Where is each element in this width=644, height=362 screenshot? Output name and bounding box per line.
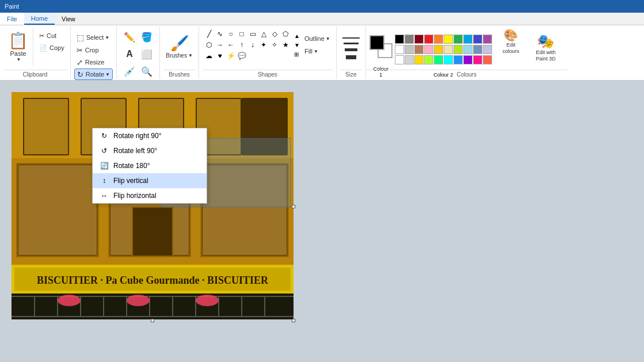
brushes-dropdown-arrow: ▼ (188, 53, 193, 58)
resize-handle-right[interactable] (292, 205, 295, 208)
rect-shape[interactable]: □ (237, 29, 247, 39)
swatch-gold[interactable] (434, 45, 443, 54)
swatch-yellow[interactable] (444, 35, 453, 44)
swatch-white2[interactable] (395, 55, 404, 64)
swatch-dodgerblue[interactable] (454, 55, 463, 64)
brushes-button[interactable]: 🖌️ Brushes ▼ (163, 28, 195, 66)
resize-handle-corner[interactable] (292, 319, 295, 322)
svg-point-37 (127, 295, 150, 306)
edit-paint3d-button[interactable]: 🎭 Edit withPaint 3D (530, 29, 562, 67)
swatch-hotpink[interactable] (473, 55, 482, 64)
canvas-area: BISCUITIER · Pa Cube Gourmande · BISCUIT… (0, 81, 644, 332)
swatch-white[interactable] (395, 45, 404, 54)
paint3d-icon: 🎭 (537, 33, 554, 49)
triangle-shape[interactable]: △ (258, 29, 269, 39)
edit-colours-button[interactable]: 🎨 Edit colours (497, 29, 525, 54)
size-selector[interactable] (340, 34, 362, 63)
swatch-pink[interactable] (424, 45, 433, 54)
lightning-shape[interactable]: ⚡ (226, 51, 236, 61)
tools-group: ✏️ 🪣 A ⬜ 💉 🔍 Tools (117, 26, 160, 79)
cut-button[interactable]: ✂ Cut (37, 30, 67, 41)
rotate-button[interactable]: ↻ Rotate ▼ (74, 68, 113, 80)
swatch-green[interactable] (454, 35, 463, 44)
swatch-brown[interactable] (414, 45, 424, 54)
roundrect-shape[interactable]: ▭ (247, 29, 258, 39)
up-arrow-shape[interactable]: ↑ (237, 40, 247, 50)
paste-icon: 📋 (8, 31, 28, 50)
image-container: BISCUITIER · Pa Cube Gourmande · BISCUIT… (12, 92, 294, 321)
swatch-lime[interactable] (454, 45, 463, 54)
swatch-darkred[interactable] (414, 35, 424, 44)
diamond-shape[interactable]: ◇ (269, 29, 280, 39)
rotate-180-item[interactable]: 🔄 Rotate 180° (93, 158, 207, 173)
paste-button[interactable]: 📋 Paste ▼ (3, 28, 33, 66)
curve-shape[interactable]: ∿ (215, 29, 225, 39)
swatch-blue[interactable] (463, 35, 472, 44)
svg-rect-17 (203, 165, 287, 255)
swatch-tomato[interactable] (483, 55, 492, 64)
rotate-right-90-item[interactable]: ↻ Rotate right 90° (93, 128, 207, 143)
rotate-dropdown-menu: ↻ Rotate right 90° ↺ Rotate left 90° 🔄 R… (92, 128, 207, 204)
eraser-button[interactable]: ⬜ (139, 46, 155, 62)
swatch-skyblue[interactable] (463, 45, 472, 54)
swatch-silver[interactable] (405, 55, 414, 64)
pentagon-shape[interactable]: ⬠ (280, 29, 291, 39)
callout-shape[interactable]: 💬 (237, 51, 247, 61)
magnifier-button[interactable]: 🔍 (139, 63, 155, 79)
line-shape[interactable]: ╱ (204, 29, 214, 39)
size-label: Size (340, 70, 362, 79)
star4-shape[interactable]: ✧ (269, 40, 280, 50)
left-arrow-shape[interactable]: ← (226, 40, 236, 50)
colour-palette-row2 (395, 45, 492, 54)
shapes-scroll-down[interactable]: ▼ (293, 41, 301, 49)
oval-shape[interactable]: ○ (226, 29, 236, 39)
star5-shape[interactable]: ★ (280, 40, 291, 50)
copy-button[interactable]: 📄 Copy (37, 42, 67, 54)
swatch-steelblue[interactable] (473, 45, 482, 54)
shapes-scroll-up[interactable]: ▲ (293, 32, 301, 40)
select-button[interactable]: ⬚ Select ▼ (74, 31, 113, 44)
menu-tab-file[interactable]: File (0, 13, 24, 25)
flip-vertical-item[interactable]: ↕ Flip vertical (93, 173, 207, 188)
svg-rect-7 (24, 99, 68, 154)
swatch-orange[interactable] (434, 35, 443, 44)
swatch-indigo[interactable] (473, 35, 482, 44)
fill-shape-button[interactable]: Fill ▼ (302, 45, 333, 57)
swatch-purple[interactable] (483, 35, 492, 44)
swatch-lgray[interactable] (405, 45, 414, 54)
outline-arrow: ▼ (326, 36, 330, 41)
resize-handle-bottom[interactable] (151, 319, 154, 322)
brushes-icon: 🖌️ (170, 35, 189, 52)
menu-tab-view[interactable]: View (55, 13, 82, 25)
pencil-button[interactable]: ✏️ (121, 29, 138, 45)
outline-button[interactable]: Outline ▼ (302, 33, 333, 44)
resize-button[interactable]: ⤢ Resize (74, 56, 113, 68)
crop-button[interactable]: ✂ Crop (74, 44, 113, 56)
swatch-red[interactable] (424, 35, 433, 44)
right-arrow-shape[interactable]: → (215, 40, 225, 50)
eyedropper-button[interactable]: 💉 (121, 63, 138, 79)
four-arrow-shape[interactable]: ✦ (258, 40, 269, 50)
hex-shape[interactable]: ⬡ (204, 40, 214, 50)
swatch-cyan[interactable] (444, 55, 453, 64)
cloud-shape[interactable]: ☁ (204, 51, 214, 61)
colour1-big[interactable] (369, 35, 384, 50)
colour-selector (369, 35, 393, 58)
down-arrow-shape[interactable]: ↓ (247, 40, 258, 50)
swatch-lavender[interactable] (483, 45, 492, 54)
text-button[interactable]: A (121, 46, 138, 62)
flip-horizontal-item[interactable]: ↔ Flip horizontal (93, 188, 207, 203)
swatch-black[interactable] (395, 35, 404, 44)
fill-button[interactable]: 🪣 (139, 29, 155, 45)
menu-tab-home[interactable]: Home (24, 13, 55, 25)
swatch-dgray[interactable] (405, 35, 414, 44)
menu-bar: File Home View (0, 13, 644, 25)
swatch-springgreen[interactable] (434, 55, 443, 64)
swatch-violet[interactable] (463, 55, 472, 64)
swatch-chartreuse[interactable] (424, 55, 433, 64)
swatch-gold2[interactable] (414, 55, 424, 64)
rotate-left-90-item[interactable]: ↺ Rotate left 90° (93, 143, 207, 158)
heart-shape[interactable]: ♥ (215, 51, 225, 61)
shapes-expand[interactable]: ⊞ (293, 50, 301, 59)
swatch-cream[interactable] (444, 45, 453, 54)
